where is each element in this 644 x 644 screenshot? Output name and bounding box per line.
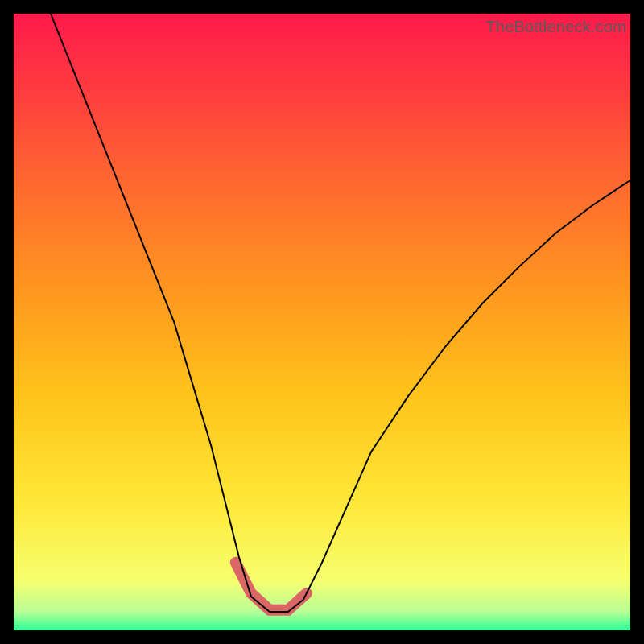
- bottleneck-curve: [51, 14, 630, 612]
- bottleneck-curve-svg: [14, 14, 630, 630]
- optimal-range-marker: [236, 563, 307, 610]
- watermark-text: TheBottleneck.com: [485, 18, 626, 36]
- chart-area: [14, 14, 630, 630]
